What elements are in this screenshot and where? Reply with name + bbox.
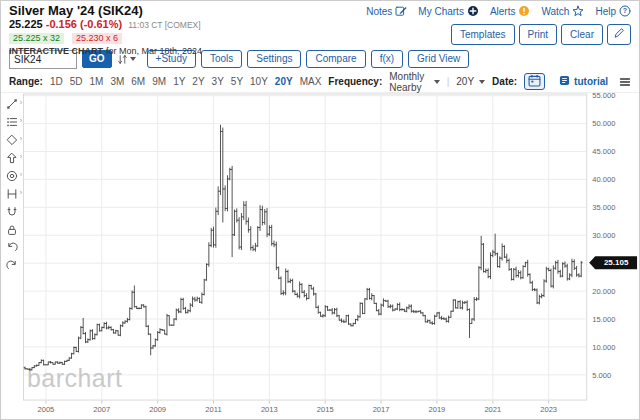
last-price-tag: 25.105 <box>589 256 637 269</box>
chart-action-buttons: Templates Print Clear <box>366 24 631 45</box>
svg-text:2017: 2017 <box>373 406 390 415</box>
alerts-link-label: Alerts <box>490 6 516 17</box>
frequency-value: Monthly Nearby <box>389 71 428 93</box>
range-items: 1D5D1M3M6M9M1Y2Y3Y5Y10Y20YMAX <box>50 76 321 87</box>
quote-time: 11:03 CT [COMEX] <box>128 20 200 30</box>
annotations-tool[interactable]: › <box>2 114 22 130</box>
pencil-icon <box>613 27 625 42</box>
svg-text:10.000: 10.000 <box>592 343 615 352</box>
measure-tool[interactable]: › <box>2 186 22 202</box>
help-link-label: Help <box>595 6 616 17</box>
clear-button[interactable]: Clear <box>561 24 603 45</box>
undo-icon <box>6 242 18 254</box>
date-label: Date: <box>492 76 517 87</box>
templates-button[interactable]: Templates <box>451 24 515 45</box>
tutorial-link[interactable]: tutorial <box>559 75 608 88</box>
range-1d[interactable]: 1D <box>50 76 63 87</box>
redo-icon <box>6 260 18 272</box>
last-price: 25.225 <box>9 18 43 30</box>
svg-text:2005: 2005 <box>37 406 54 415</box>
header-links: NotesMy ChartsAlertsWatchHelp? <box>366 5 631 17</box>
notes-link[interactable]: Notes <box>366 5 407 17</box>
range-2y[interactable]: 2Y <box>192 76 204 87</box>
interactive-chart-line: INTERACTIVE CHARTfor Mon, Mar 18th, 2024 <box>9 46 631 56</box>
lock-icon <box>6 224 18 236</box>
chevron-down-icon <box>130 57 136 61</box>
range-1y[interactable]: 1Y <box>173 76 185 87</box>
svg-text:20.000: 20.000 <box>592 287 615 296</box>
help-link[interactable]: Help? <box>595 5 631 17</box>
period-dropdown[interactable]: 20Y <box>456 76 485 87</box>
chart-menu-icon[interactable] <box>619 76 631 88</box>
flyout-chevron-icon: › <box>20 153 22 161</box>
flyout-chevron-icon: › <box>20 117 22 125</box>
draw-button[interactable] <box>607 24 631 45</box>
calendar-button[interactable] <box>524 73 545 90</box>
svg-text:40.000: 40.000 <box>592 175 615 184</box>
period-value: 20Y <box>456 76 474 87</box>
svg-text:2021: 2021 <box>484 406 501 415</box>
flyout-chevron-icon: › <box>20 99 22 107</box>
target-icon <box>6 170 18 182</box>
lock-tool[interactable] <box>2 222 22 238</box>
alerts-link[interactable]: Alerts <box>490 5 531 17</box>
price-chart[interactable]: barchart5.00010.00015.00020.00025.00030.… <box>23 93 639 417</box>
arrow-icon <box>6 152 18 164</box>
alerts-icon <box>518 5 530 17</box>
trendline-tool[interactable]: › <box>2 96 22 112</box>
magnet-tool[interactable] <box>2 204 22 220</box>
range-1m[interactable]: 1M <box>90 76 104 87</box>
svg-text:?: ? <box>623 7 627 14</box>
notes-link-label: Notes <box>366 6 392 17</box>
quote-header: Silver May '24 (SIK24) 25.225 -0.156 (-0… <box>1 1 639 47</box>
tutorial-label: tutorial <box>574 76 608 87</box>
range-20y[interactable]: 20Y <box>275 76 293 87</box>
range-max[interactable]: MAX <box>300 76 322 87</box>
svg-text:55.000: 55.000 <box>592 93 615 100</box>
svg-text:50.000: 50.000 <box>592 119 615 128</box>
measure-icon <box>6 188 18 200</box>
range-3y[interactable]: 3Y <box>212 76 224 87</box>
watch-link-label: Watch <box>541 6 569 17</box>
chart-zone: ›››››› barchart5.00010.00015.00020.00025… <box>1 92 639 417</box>
arrow-tool[interactable]: › <box>2 150 22 166</box>
flyout-chevron-icon: › <box>20 135 22 143</box>
x-axis-labels: 2005200720092011201320152017201920212023 <box>37 406 557 415</box>
range-9m[interactable]: 9M <box>152 76 166 87</box>
svg-text:30.000: 30.000 <box>592 231 615 240</box>
chevron-down-icon <box>479 80 485 84</box>
svg-text:2013: 2013 <box>261 406 278 415</box>
svg-text:2011: 2011 <box>205 406 221 415</box>
range-10y[interactable]: 10Y <box>250 76 268 87</box>
frequency-label: Frequency: <box>328 76 382 87</box>
svg-text:2009: 2009 <box>149 406 166 415</box>
help-icon: ? <box>619 5 631 17</box>
bid-quote: 25.225 x 32 <box>9 33 64 44</box>
my-charts-link-label: My Charts <box>418 6 464 17</box>
my-charts-link[interactable]: My Charts <box>418 5 479 17</box>
undo-tool[interactable] <box>2 240 22 256</box>
target-tool[interactable]: › <box>2 168 22 184</box>
range-6m[interactable]: 6M <box>131 76 145 87</box>
chart-date-label: for Mon, Mar 18th, 2024 <box>106 46 202 56</box>
watch-link[interactable]: Watch <box>541 5 584 17</box>
range-5d[interactable]: 5D <box>70 76 83 87</box>
svg-text:2007: 2007 <box>93 406 110 415</box>
calendar-icon <box>528 74 541 90</box>
divider: | <box>447 76 450 87</box>
svg-text:2015: 2015 <box>317 406 334 415</box>
watch-icon <box>572 5 584 17</box>
print-button[interactable]: Print <box>519 24 558 45</box>
interactive-chart-label: INTERACTIVE CHART <box>9 46 103 56</box>
shapes-tool[interactable]: › <box>2 132 22 148</box>
chevron-down-icon <box>434 80 440 84</box>
tutorial-icon <box>559 75 570 88</box>
svg-text:2023: 2023 <box>540 406 557 415</box>
redo-tool[interactable] <box>2 258 22 274</box>
drawing-tools-rail: ›››››› <box>1 93 23 417</box>
range-3m[interactable]: 3M <box>110 76 124 87</box>
frequency-dropdown[interactable]: Monthly Nearby <box>389 71 439 93</box>
flyout-chevron-icon: › <box>20 171 22 179</box>
range-5y[interactable]: 5Y <box>231 76 243 87</box>
svg-text:45.000: 45.000 <box>592 147 615 156</box>
